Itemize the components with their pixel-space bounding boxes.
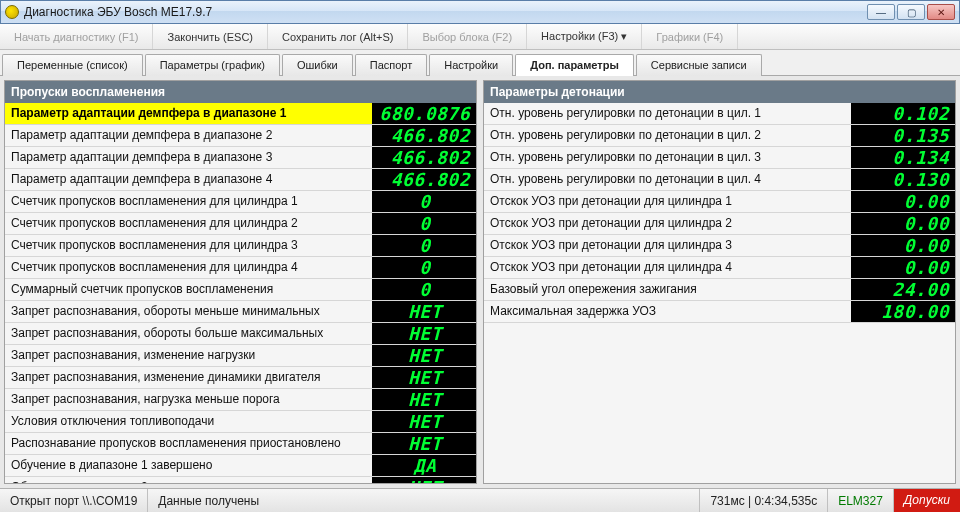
- table-row[interactable]: Отскок УОЗ при детонации для цилиндра 20…: [484, 213, 955, 235]
- window-controls: — ▢ ✕: [867, 4, 955, 20]
- row-value: 0.00: [851, 257, 955, 278]
- row-value: НЕТ: [372, 367, 476, 388]
- row-label: Счетчик пропусков воспламенения для цили…: [5, 213, 372, 234]
- row-value: НЕТ: [372, 411, 476, 432]
- table-row[interactable]: Отн. уровень регулировки по детонации в …: [484, 147, 955, 169]
- table-row[interactable]: Запрет распознавания, нагрузка меньше по…: [5, 389, 476, 411]
- menu-savelog[interactable]: Сохранить лог (Alt+S): [268, 24, 408, 49]
- row-value: 0: [372, 257, 476, 278]
- tab-vars-list[interactable]: Переменные (список): [2, 54, 143, 76]
- row-label: Параметр адаптации демпфера в диапазоне …: [5, 125, 372, 146]
- status-timing: 731мс | 0:4:34,535с: [700, 489, 828, 512]
- row-value: 680.0876: [372, 103, 476, 124]
- row-label: Счетчик пропусков воспламенения для цили…: [5, 235, 372, 256]
- row-label: Суммарный счетчик пропусков воспламенени…: [5, 279, 372, 300]
- table-row[interactable]: Отн. уровень регулировки по детонации в …: [484, 169, 955, 191]
- panel-knock: Параметры детонации Отн. уровень регулир…: [483, 80, 956, 484]
- row-value: 0: [372, 235, 476, 256]
- row-label: Параметр адаптации демпфера в диапазоне …: [5, 169, 372, 190]
- table-row[interactable]: Отскок УОЗ при детонации для цилиндра 10…: [484, 191, 955, 213]
- table-row[interactable]: Счетчик пропусков воспламенения для цили…: [5, 191, 476, 213]
- row-value: НЕТ: [372, 323, 476, 344]
- minimize-button[interactable]: —: [867, 4, 895, 20]
- row-value: 0.00: [851, 213, 955, 234]
- row-value: 0.102: [851, 103, 955, 124]
- table-row[interactable]: Суммарный счетчик пропусков воспламенени…: [5, 279, 476, 301]
- panel-knock-rows[interactable]: Отн. уровень регулировки по детонации в …: [484, 103, 955, 483]
- table-row[interactable]: Отскок УОЗ при детонации для цилиндра 40…: [484, 257, 955, 279]
- status-data: Данные получены: [148, 489, 700, 512]
- row-label: Базовый угол опережения зажигания: [484, 279, 851, 300]
- row-value: 0.134: [851, 147, 955, 168]
- row-label: Отн. уровень регулировки по детонации в …: [484, 147, 851, 168]
- row-label: Отн. уровень регулировки по детонации в …: [484, 169, 851, 190]
- table-row[interactable]: Обучение в диапазоне 1 завершеноДА: [5, 455, 476, 477]
- row-value: НЕТ: [372, 433, 476, 454]
- table-row[interactable]: Условия отключения топливоподачиНЕТ: [5, 411, 476, 433]
- maximize-button[interactable]: ▢: [897, 4, 925, 20]
- row-value: 0: [372, 279, 476, 300]
- panel-misfire-rows[interactable]: Параметр адаптации демпфера в диапазоне …: [5, 103, 476, 483]
- row-label: Распознавание пропусков воспламенения пр…: [5, 433, 372, 454]
- row-value: 0.135: [851, 125, 955, 146]
- table-row[interactable]: Максимальная задержка УОЗ180.00: [484, 301, 955, 323]
- table-row[interactable]: Параметр адаптации демпфера в диапазоне …: [5, 147, 476, 169]
- tab-settings[interactable]: Настройки: [429, 54, 513, 76]
- menu-settings[interactable]: Настройки (F3) ▾: [527, 24, 642, 49]
- table-row[interactable]: Параметр адаптации демпфера в диапазоне …: [5, 125, 476, 147]
- table-row[interactable]: Распознавание пропусков воспламенения пр…: [5, 433, 476, 455]
- row-value: 24.00: [851, 279, 955, 300]
- row-value: 0.00: [851, 191, 955, 212]
- tab-service[interactable]: Сервисные записи: [636, 54, 762, 76]
- table-row[interactable]: Запрет распознавания, обороты больше мак…: [5, 323, 476, 345]
- table-row[interactable]: Обучение в диапазоне 2 завершеноНЕТ: [5, 477, 476, 483]
- table-row[interactable]: Счетчик пропусков воспламенения для цили…: [5, 213, 476, 235]
- tab-passport[interactable]: Паспорт: [355, 54, 428, 76]
- close-button[interactable]: ✕: [927, 4, 955, 20]
- row-label: Параметр адаптации демпфера в диапазоне …: [5, 103, 372, 124]
- table-row[interactable]: Отн. уровень регулировки по детонации в …: [484, 103, 955, 125]
- row-value: ДА: [372, 455, 476, 476]
- row-label: Максимальная задержка УОЗ: [484, 301, 851, 322]
- row-label: Запрет распознавания, изменение нагрузки: [5, 345, 372, 366]
- row-value: 180.00: [851, 301, 955, 322]
- tab-errors[interactable]: Ошибки: [282, 54, 353, 76]
- table-row[interactable]: Отскок УОЗ при детонации для цилиндра 30…: [484, 235, 955, 257]
- tab-vars-graph[interactable]: Параметры (график): [145, 54, 280, 76]
- row-label: Отскок УОЗ при детонации для цилиндра 4: [484, 257, 851, 278]
- menu-finish[interactable]: Закончить (ESC): [153, 24, 268, 49]
- row-label: Запрет распознавания, нагрузка меньше по…: [5, 389, 372, 410]
- row-label: Запрет распознавания, обороты больше мак…: [5, 323, 372, 344]
- row-value: 0: [372, 213, 476, 234]
- row-label: Условия отключения топливоподачи: [5, 411, 372, 432]
- table-row[interactable]: Запрет распознавания, изменение динамики…: [5, 367, 476, 389]
- table-row[interactable]: Базовый угол опережения зажигания24.00: [484, 279, 955, 301]
- table-row[interactable]: Счетчик пропусков воспламенения для цили…: [5, 257, 476, 279]
- row-value: 0: [372, 191, 476, 212]
- row-value: 466.802: [372, 147, 476, 168]
- tab-extra[interactable]: Доп. параметры: [515, 54, 634, 76]
- window-title: Диагностика ЭБУ Bosch ME17.9.7: [24, 5, 212, 19]
- table-row[interactable]: Запрет распознавания, обороты меньше мин…: [5, 301, 476, 323]
- row-value: 466.802: [372, 169, 476, 190]
- row-label: Запрет распознавания, обороты меньше мин…: [5, 301, 372, 322]
- row-label: Обучение в диапазоне 1 завершено: [5, 455, 372, 476]
- tab-row: Переменные (список) Параметры (график) О…: [0, 50, 960, 76]
- row-value: НЕТ: [372, 345, 476, 366]
- row-label: Отн. уровень регулировки по детонации в …: [484, 125, 851, 146]
- panel-knock-header: Параметры детонации: [484, 81, 955, 103]
- row-label: Отскок УОЗ при детонации для цилиндра 3: [484, 235, 851, 256]
- panel-misfire: Пропуски воспламенения Параметр адаптаци…: [4, 80, 477, 484]
- row-label: Счетчик пропусков воспламенения для цили…: [5, 191, 372, 212]
- table-row[interactable]: Счетчик пропусков воспламенения для цили…: [5, 235, 476, 257]
- app-icon: [5, 5, 19, 19]
- row-label: Обучение в диапазоне 2 завершено: [5, 477, 372, 483]
- row-value: 466.802: [372, 125, 476, 146]
- row-label: Параметр адаптации демпфера в диапазоне …: [5, 147, 372, 168]
- table-row[interactable]: Параметр адаптации демпфера в диапазоне …: [5, 103, 476, 125]
- menu-start: Начать диагностику (F1): [0, 24, 153, 49]
- table-row[interactable]: Запрет распознавания, изменение нагрузки…: [5, 345, 476, 367]
- table-row[interactable]: Параметр адаптации демпфера в диапазоне …: [5, 169, 476, 191]
- content-area: Пропуски воспламенения Параметр адаптаци…: [0, 76, 960, 488]
- table-row[interactable]: Отн. уровень регулировки по детонации в …: [484, 125, 955, 147]
